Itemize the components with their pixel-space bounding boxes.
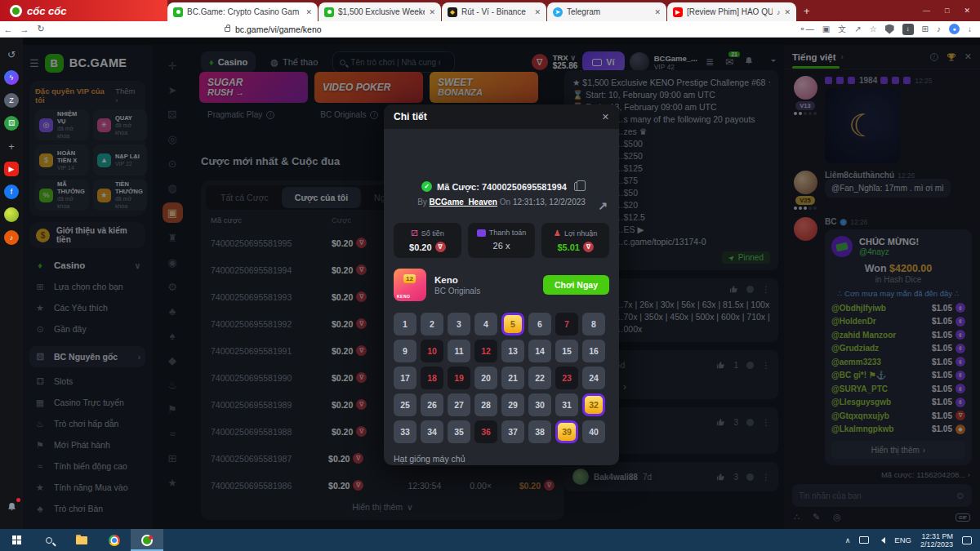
game-row: 12 KENO Keno BC Originals Chơi Ngay (394, 269, 609, 301)
brand-label: cốc cốc (27, 5, 66, 17)
tab-close-icon[interactable]: ✕ (429, 8, 435, 16)
on-label: On (500, 198, 510, 207)
reload-icon[interactable]: ↻ (33, 24, 49, 34)
stat-profit-value: $5.01 (557, 242, 580, 252)
tab-close-icon[interactable]: ✕ (784, 8, 791, 16)
volume-icon[interactable] (878, 537, 885, 544)
back-icon[interactable]: ← (0, 24, 16, 34)
app-rail-icon[interactable]: f (4, 184, 19, 199)
hidden-icons-caret[interactable]: ∧ (845, 536, 851, 544)
keno-number: 31 (555, 393, 578, 416)
browser-tab[interactable]: $1,500 Exclusive Weekend Ke ✕ (318, 2, 441, 21)
bookmark-star-icon[interactable]: ☆ (870, 24, 877, 33)
taskbar-search-icon[interactable] (33, 529, 65, 551)
keno-number: 35 (448, 420, 470, 443)
app-rail-icon[interactable]: ♪ (4, 230, 19, 245)
app-rail-icon[interactable]: ⚄ (4, 116, 19, 131)
action-center-icon[interactable] (962, 536, 972, 544)
keno-number: 15 (555, 340, 578, 362)
stat-amount-value: $0.20 (409, 242, 432, 252)
downloads-tray-icon[interactable]: ↓ (968, 24, 972, 33)
file-explorer-icon[interactable] (65, 529, 98, 551)
app-rail-icon[interactable] (4, 207, 19, 222)
adblock-shield-icon[interactable] (885, 24, 894, 34)
browser-tab[interactable]: ◆ Rút - Ví - Binance ✕ (442, 2, 546, 21)
keno-game-icon[interactable]: 12 KENO (394, 269, 426, 301)
browser-tab[interactable]: BC.Game: Crypto Casino Gam ✕ (167, 2, 318, 21)
bet-details-modal: Chi tiết ✕ ↗ ✓ Mã Cược: 7400025069558199… (384, 104, 619, 465)
coccoc-logo-icon (10, 5, 22, 17)
keno-number: 1 (394, 313, 416, 335)
app-rail-icon[interactable]: Z (4, 93, 19, 108)
tab-close-icon[interactable]: ✕ (305, 8, 312, 16)
play-now-button[interactable]: Chơi Ngay (543, 275, 609, 295)
game-name[interactable]: Keno (434, 274, 480, 286)
keno-icon-number: 12 (403, 274, 416, 283)
tab-audio-icon[interactable]: ♪ (777, 8, 781, 16)
share-icon[interactable]: ↗ (598, 199, 608, 212)
extensions-icon[interactable]: ⊞ (922, 24, 929, 33)
save-page-icon[interactable]: ▣ (822, 24, 830, 33)
notification-dot (16, 498, 20, 502)
network-icon[interactable] (859, 536, 869, 544)
maximize-button[interactable]: □ (945, 7, 949, 15)
keno-number: 37 (501, 420, 524, 443)
keno-number: 2 (421, 313, 443, 335)
download-button[interactable]: ↓ (902, 24, 914, 35)
keno-number: 40 (582, 420, 605, 443)
browser-tab[interactable]: ▶ [Review Phim] HÀO QUA ♪ ✕ (667, 2, 796, 21)
key-icon[interactable]: ⚬— (799, 24, 813, 33)
media-icon[interactable]: ♪ (937, 24, 941, 33)
keno-number: 16 (582, 340, 605, 362)
keno-number: 32 (582, 393, 605, 416)
tab-favicon (324, 7, 334, 17)
clock-time: 12:31 PM (920, 532, 953, 540)
modal-close-icon[interactable]: ✕ (602, 112, 609, 122)
game-provider: BC Originals (434, 286, 480, 296)
bet-id-text: Mã Cược: 74000250695581994 (437, 182, 567, 192)
keno-number: 8 (582, 313, 605, 335)
keno-number: 13 (501, 340, 524, 362)
app-rail-icon[interactable]: + (4, 139, 19, 153)
bell-icon[interactable] (4, 500, 19, 514)
bet-author[interactable]: BCGame_Heaven (430, 198, 497, 207)
tab-close-icon[interactable]: ✕ (654, 8, 661, 16)
lock-icon (225, 27, 230, 32)
keno-icon-label: KENO (397, 294, 410, 299)
translate-icon[interactable]: 文 (838, 24, 846, 35)
tab-close-icon[interactable]: ✕ (534, 8, 541, 16)
new-tab-button[interactable]: + (804, 5, 810, 17)
keno-number: 36 (474, 420, 497, 443)
keno-number: 11 (448, 340, 470, 362)
app-rail-icon[interactable]: ↺ (4, 47, 19, 62)
app-rail-icon[interactable]: ϟ (4, 70, 19, 85)
start-button[interactable] (0, 529, 33, 551)
tab-title: Telegram (567, 7, 650, 16)
profile-avatar[interactable]: ● (949, 24, 960, 34)
url-text[interactable]: bc.game/vi/game/keno (235, 24, 322, 34)
minimize-button[interactable]: — (923, 7, 930, 15)
coccoc-taskbar-icon[interactable] (131, 529, 163, 551)
close-button[interactable]: ✕ (964, 7, 970, 15)
bet-stats: ⚂Số tiền $0.20∇ Thanh toán 26 x ♟Lợi nhu… (394, 223, 609, 258)
tab-favicon (173, 7, 183, 17)
bet-datetime: 12:31:13, 12/2/2023 (513, 198, 586, 207)
browser-tab[interactable]: ➤ Telegram ✕ (547, 2, 666, 21)
tab-favicon: ➤ (553, 7, 563, 17)
chrome-icon[interactable] (98, 529, 131, 551)
keno-number: 34 (421, 420, 443, 443)
keno-number: 4 (474, 313, 497, 335)
taskbar-clock[interactable]: 12:31 PM 2/12/2023 (920, 532, 953, 549)
app-rail-icon[interactable]: ▶ (4, 162, 19, 176)
tab-title: BC.Game: Crypto Casino Gam (187, 7, 301, 16)
copy-icon[interactable] (574, 182, 581, 191)
stat-payout-value: 26 x (493, 241, 510, 251)
chip-icon: ♟ (554, 229, 561, 238)
forward-icon[interactable]: → (16, 24, 33, 34)
share-icon[interactable]: ↗ (854, 24, 861, 33)
keno-number: 14 (528, 340, 551, 362)
keno-board: 1 2 3 4 5 6 7 8 (394, 313, 609, 443)
check-icon: ✓ (421, 181, 432, 192)
language-indicator[interactable]: ENG (894, 535, 911, 544)
keno-number: 20 (474, 367, 497, 389)
